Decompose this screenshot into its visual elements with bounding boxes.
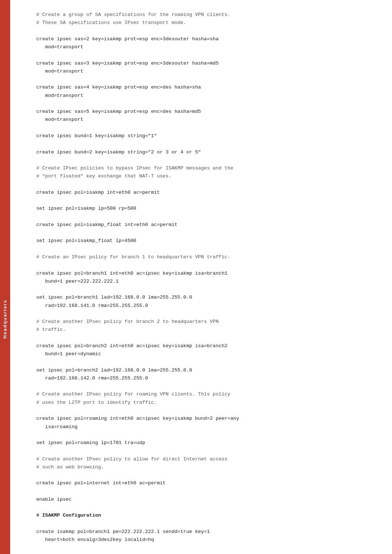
sidebar-label: Headquarters	[3, 300, 8, 339]
page-content: # Create a group of SA specifications fo…	[15, 0, 392, 554]
code-block: # Create a group of SA specifications fo…	[36, 11, 370, 554]
sidebar: Headquarters	[0, 0, 10, 554]
